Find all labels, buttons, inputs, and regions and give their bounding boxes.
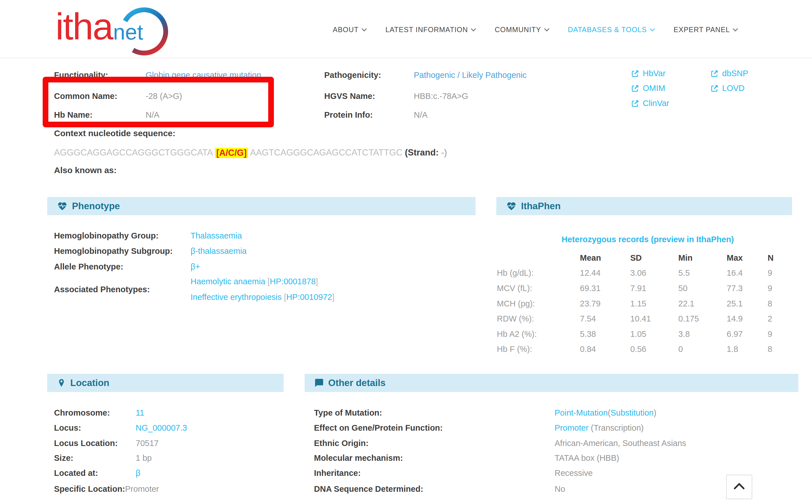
field-type-of-mutation: Type of Mutation: Point-Mutation ( Subst… <box>314 408 656 418</box>
bracket-open: [ <box>284 292 286 302</box>
chevron-down-icon <box>544 26 549 31</box>
nav-community-label: COMMUNITY <box>495 26 541 34</box>
nav-databases-tools[interactable]: DATABASES & TOOLS <box>568 26 654 34</box>
table-row-mcv: MCV (fL): 69.31 7.91 50 77.3 9 <box>497 283 785 293</box>
field-locus-value[interactable]: NG_000007.3 <box>136 423 187 433</box>
strand-value: - <box>439 148 444 158</box>
nav-latest-information[interactable]: LATEST INFORMATION <box>385 26 475 34</box>
ithanet-variant-page: ithanet ABOUT LATEST INFORMATION COMMUNI… <box>0 0 812 504</box>
field-size: Size: 1 bp <box>54 453 152 463</box>
link-lovd[interactable]: LOVD <box>710 84 745 93</box>
link-hbvar[interactable]: HbVar <box>631 69 666 78</box>
field-protein-info: Protein Info: N/A <box>324 110 428 120</box>
field-hemoglobinopathy-subgroup: Hemoglobinopathy Subgroup: β-thalassaemi… <box>54 246 246 256</box>
field-pathogenicity-value[interactable]: Pathogenic / Likely Pathogenic <box>414 70 527 80</box>
nav-about[interactable]: ABOUT <box>333 26 366 34</box>
phenotype-section-header: Phenotype <box>47 197 476 215</box>
field-allele-phenotype-label: Allele Phenotype: <box>54 262 190 271</box>
field-locus: Locus: NG_000007.3 <box>54 423 187 433</box>
field-protein-info-value: N/A <box>414 110 428 120</box>
external-link-icon <box>710 84 719 93</box>
field-type-of-mutation-link[interactable]: Point-Mutation <box>555 408 608 418</box>
table-row-hbf: Hb F (%): 0.84 0.56 0 1.8 8 <box>497 344 785 354</box>
location-section-header: Location <box>47 374 283 392</box>
sequence-heading-label: Context nucleotide sequence: <box>54 128 175 138</box>
chevron-down-icon <box>471 26 476 31</box>
field-inheritance: Inheritance: Recessive <box>314 468 593 478</box>
link-clinvar[interactable]: ClinVar <box>631 99 669 108</box>
field-allele-phenotype-value[interactable]: β+ <box>190 262 200 271</box>
field-located-at: Located at: β <box>54 468 140 478</box>
ithaphen-section-header: IthaPhen <box>496 197 792 215</box>
nav-expert-panel[interactable]: EXPERT PANEL <box>674 26 737 34</box>
annotation-highlight-box <box>43 77 274 127</box>
nav-latest-information-label: LATEST INFORMATION <box>385 26 468 34</box>
table-row-hba2: Hb A2 (%): 5.38 1.05 3.8 6.97 9 <box>497 329 785 339</box>
other-details-section-header: Other details <box>304 374 798 392</box>
chevron-down-icon <box>733 26 738 31</box>
col-n: N <box>768 253 785 263</box>
external-link-icon <box>710 69 719 78</box>
chevron-down-icon <box>650 26 655 31</box>
field-hemoglobinopathy-group-label: Hemoglobinopathy Group: <box>54 231 190 240</box>
main-navigation: ABOUT LATEST INFORMATION COMMUNITY DATAB… <box>333 26 737 34</box>
field-pathogenicity-label: Pathogenicity: <box>324 70 414 80</box>
field-allele-phenotype: Allele Phenotype: β+ <box>54 262 200 271</box>
nav-about-label: ABOUT <box>333 26 358 34</box>
link-dbsnp[interactable]: dbSNP <box>710 69 748 78</box>
location-section-title: Location <box>70 378 109 388</box>
map-pin-icon <box>57 378 66 387</box>
field-size-value: 1 bp <box>136 453 152 463</box>
phenotype-section-title: Phenotype <box>72 201 120 211</box>
sequence-after: AAGTCAGGGCAGAGCCATCTATTGC <box>248 148 405 158</box>
bracket-close: ] <box>316 277 318 286</box>
also-known-as-heading: Also known as: <box>54 165 117 175</box>
field-associated-phenotypes-label: Associated Phenotypes: <box>54 285 150 294</box>
heterozygous-records-link[interactable]: Heterozygous records (preview in IthaPhe… <box>504 235 792 244</box>
field-chromosome: Chromosome: 11 <box>54 408 144 418</box>
table-row-rdw: RDW (%): 7.54 10.41 0.175 14.9 2 <box>497 314 785 323</box>
strand-paren-open: ( <box>405 148 408 158</box>
field-effect-on-function: Effect on Gene/Protein Function: Promote… <box>314 423 644 433</box>
scroll-to-top-button[interactable] <box>726 475 752 499</box>
nav-community[interactable]: COMMUNITY <box>495 26 548 34</box>
field-hemoglobinopathy-subgroup-label: Hemoglobinopathy Subgroup: <box>54 246 190 256</box>
field-hemoglobinopathy-group: Hemoglobinopathy Group: Thalassaemia <box>54 231 242 240</box>
associated-phenotype-2[interactable]: Ineffective erythropoiesis [ HP:0010972 … <box>190 292 334 302</box>
ithaphen-section-title: IthaPhen <box>521 201 561 211</box>
note-icon <box>314 378 324 388</box>
link-hbvar-label: HbVar <box>643 69 666 78</box>
field-hgvs-name-value: HBB:c.-78A>G <box>414 91 468 101</box>
link-omim[interactable]: OMIM <box>631 84 665 93</box>
field-hemoglobinopathy-group-value[interactable]: Thalassaemia <box>190 231 242 240</box>
associated-phenotype-1[interactable]: Haemolytic anaemia [ HP:0001878 ] <box>190 277 318 286</box>
field-substitution-link[interactable]: Substitution <box>611 408 654 418</box>
col-max: Max <box>727 253 768 263</box>
header-divider <box>0 58 812 58</box>
field-chromosome-value[interactable]: 11 <box>136 408 144 418</box>
field-effect-promoter-link[interactable]: Promoter <box>555 423 589 433</box>
field-pathogenicity: Pathogenicity: Pathogenic / Likely Patho… <box>324 70 527 80</box>
col-min: Min <box>678 253 727 263</box>
bracket-open: [ <box>268 277 270 286</box>
chevron-up-icon <box>734 483 745 494</box>
field-specific-location: Specific Location: Promoter <box>54 484 159 494</box>
strand-label: Strand: <box>408 148 439 158</box>
field-hgvs-name-label: HGVS Name: <box>324 91 414 101</box>
field-hemoglobinopathy-subgroup-value[interactable]: β-thalassaemia <box>190 246 246 256</box>
associated-phenotype-2-code: HP:0010972 <box>286 292 332 302</box>
strand-paren-close: ) <box>444 148 447 158</box>
field-locus-location-value: 70517 <box>136 438 159 448</box>
ithaphen-table-header: Mean SD Min Max N <box>497 253 785 263</box>
sequence-variant-highlight: [A/C/G] <box>215 148 248 158</box>
field-located-at-value[interactable]: β <box>136 468 140 478</box>
logo-text-itha: itha <box>55 8 113 45</box>
field-inheritance-value: Recessive <box>555 468 593 478</box>
heart-pulse-icon <box>57 201 68 211</box>
sequence-before: AGGGCAGGAGCCAGGGCTGGGCATA <box>54 148 215 158</box>
field-molecular-mechanism: Molecular mechanism: TATAA box (HBB) <box>314 453 619 463</box>
col-sd: SD <box>630 253 678 263</box>
field-dna-sequence-determined-value: No <box>555 484 565 494</box>
link-dbsnp-label: dbSNP <box>722 69 748 78</box>
col-mean: Mean <box>580 253 630 263</box>
